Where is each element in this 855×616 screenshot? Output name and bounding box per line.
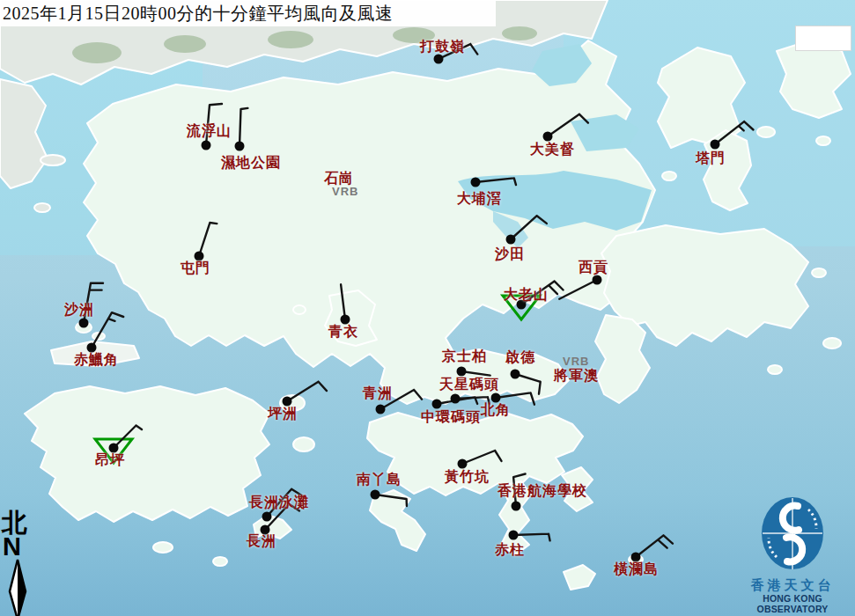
north-arrow-icon	[2, 558, 37, 616]
station-label-lamma-island: 南丫島	[357, 472, 402, 488]
station-dot-sha-tin	[506, 235, 516, 245]
station-label-tap-mun: 塔門	[696, 150, 726, 166]
stations-layer: 打鼓嶺流浮山濕地公園大美督塔門大埔滘沙田石崗VRB西貢大老山屯門沙洲赤鱲角青衣京…	[0, 0, 855, 616]
station-dot-stanley	[509, 531, 519, 540]
station-dot-cheung-chau-beach	[262, 512, 272, 522]
station-dot-ta-kwu-ling	[434, 55, 444, 64]
vrb-label-tseung-kwan-o: VRB	[563, 356, 589, 367]
hko-logo-english: HONG KONG OBSERVATORY	[731, 593, 854, 615]
station-dot-sai-kung	[593, 275, 602, 285]
station-dot-sha-chau	[79, 319, 89, 328]
north-letter-label: N	[3, 536, 41, 558]
station-label-tates-cairn: 大老山	[504, 287, 549, 303]
station-label-tai-mei-tuk: 大美督	[530, 142, 575, 158]
station-label-peng-chau: 坪洲	[268, 406, 298, 422]
hko-logo: 香港天文台 HONG KONG OBSERVATORY	[731, 494, 854, 615]
station-label-tuen-mun: 屯門	[181, 260, 210, 276]
station-label-tseung-kwan-o: 將軍澳	[554, 368, 599, 384]
station-dot-star-ferry-pier	[451, 394, 461, 404]
station-dot-green-island	[376, 405, 386, 414]
station-label-stanley: 赤柱	[495, 542, 525, 558]
station-label-ta-kwu-ling: 打鼓嶺	[420, 39, 465, 55]
map-title-text: 2025年1月15日20時00分的十分鐘平均風向及風速	[3, 2, 394, 26]
station-dot-tai-po-kau	[471, 178, 481, 187]
station-dot-kings-park	[457, 367, 467, 377]
wind-map: 2025年1月15日20時00分的十分鐘平均風向及風速 打鼓嶺流浮山濕地公園大美…	[0, 0, 855, 616]
station-dot-tsing-yi	[341, 315, 350, 325]
station-label-lau-fau-shan: 流浮山	[187, 123, 232, 139]
station-label-star-ferry-pier: 天星碼頭	[439, 377, 499, 392]
station-dot-tuen-mun	[195, 252, 204, 261]
station-dot-kai-tak	[511, 370, 520, 379]
vrb-label-shek-kong: VRB	[332, 186, 358, 197]
station-dot-peng-chau	[283, 397, 292, 407]
blank-label-box	[795, 26, 851, 51]
north-compass: 北 N	[2, 510, 41, 616]
station-dot-chek-lap-kok	[87, 343, 97, 353]
station-dot-wetland-park	[235, 142, 245, 151]
station-label-kings-park: 京士柏	[442, 348, 487, 364]
station-label-cheung-chau: 長洲	[247, 533, 276, 549]
station-label-north-point: 北角	[481, 402, 511, 418]
hko-logo-chinese: 香港天文台	[731, 578, 854, 593]
station-label-tsing-yi: 青衣	[328, 324, 358, 340]
station-label-green-island: 青洲	[363, 385, 393, 401]
station-dot-wong-chuk-hang	[458, 459, 468, 469]
map-title: 2025年1月15日20時00分的十分鐘平均風向及風速	[0, 0, 496, 26]
station-dot-tai-mei-tuk	[543, 132, 553, 142]
hko-logo-icon	[757, 494, 828, 575]
station-label-kai-tak: 啟德	[505, 349, 535, 365]
station-label-tai-po-kau: 大埔滘	[457, 191, 502, 207]
station-label-waglan-island: 橫瀾島	[614, 561, 659, 577]
station-dot-lamma-island	[371, 490, 380, 500]
station-label-cheung-chau-beach: 長洲泳灘	[249, 495, 309, 510]
station-label-wetland-park: 濕地公園	[221, 155, 281, 171]
station-label-wong-chuk-hang: 黃竹坑	[445, 469, 490, 485]
station-label-chek-lap-kok: 赤鱲角	[74, 352, 119, 368]
station-dot-hk-sea-school	[512, 502, 521, 511]
station-dot-central-pier	[432, 400, 442, 409]
station-label-sai-kung: 西貢	[579, 260, 608, 275]
station-dot-tap-mun	[711, 140, 720, 150]
station-label-sha-chau: 沙洲	[64, 302, 94, 318]
station-label-hk-sea-school: 香港航海學校	[498, 483, 587, 499]
station-dot-ngong-ping	[109, 444, 119, 453]
station-label-shek-kong: 石崗	[324, 171, 354, 187]
station-dot-north-point	[491, 393, 501, 403]
station-label-sha-tin: 沙田	[495, 246, 525, 262]
station-label-central-pier: 中環碼頭	[421, 409, 481, 425]
station-label-ngong-ping: 昂坪	[95, 452, 125, 468]
station-dot-waglan-island	[631, 553, 641, 562]
station-dot-lau-fau-shan	[202, 141, 211, 150]
